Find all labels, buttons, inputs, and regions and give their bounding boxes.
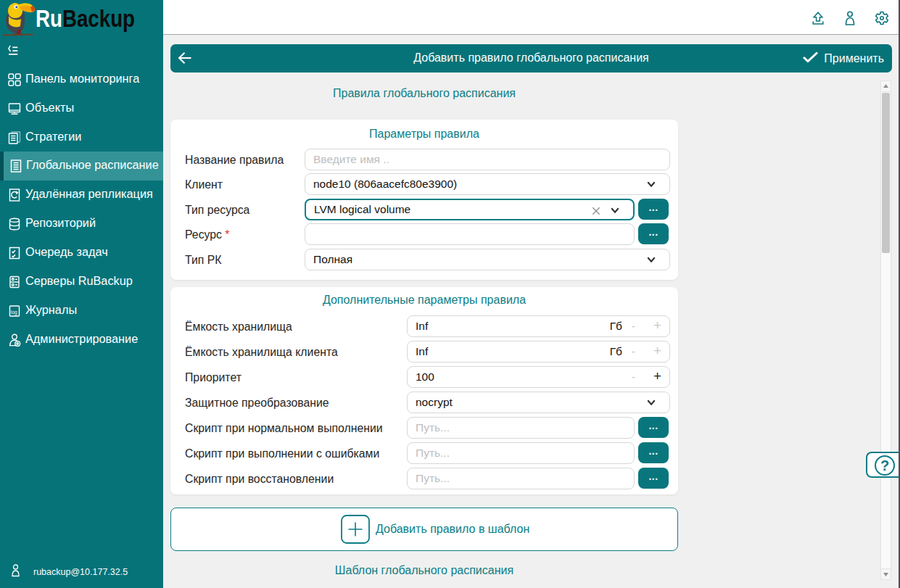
svg-text:log: log — [11, 310, 17, 315]
svg-text:?: ? — [880, 457, 889, 473]
